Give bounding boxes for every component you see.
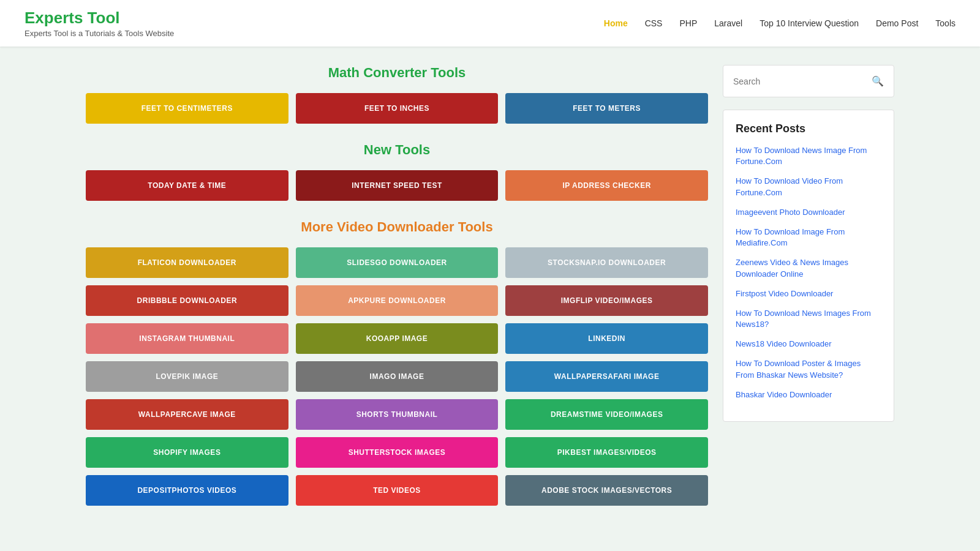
tool-btn-feet-to-inches[interactable]: FEET TO INCHES — [296, 93, 499, 124]
nav-item-tools[interactable]: Tools — [935, 18, 956, 28]
logo-subtitle: Experts Tool is a Tutorials & Tools Webs… — [24, 29, 174, 38]
video-downloader-grid: FLATICON DOWNLOADERSLIDESGO DOWNLOADERST… — [86, 247, 708, 506]
tool-btn-ip-address-checker[interactable]: IP ADDRESS CHECKER — [505, 170, 708, 201]
tool-btn-stocksnap.io-downloader[interactable]: STOCKSNAP.IO DOWNLOADER — [505, 247, 708, 278]
tool-btn-feet-to-meters[interactable]: FEET TO METERS — [505, 93, 708, 124]
new-tools-title: New Tools — [86, 142, 708, 158]
logo: Experts Tool Experts Tool is a Tutorials… — [24, 9, 174, 38]
recent-posts-title: Recent Posts — [736, 122, 881, 135]
tool-btn-lovepik-image[interactable]: LOVEPIK IMAGE — [86, 361, 288, 392]
tool-btn-instagram-thumbnail[interactable]: INSTAGRAM THUMBNAIL — [86, 323, 288, 354]
tool-btn-depositphotos-videos[interactable]: DEPOSITPHOTOS VIDEOS — [86, 475, 288, 506]
tool-btn-shopify-images[interactable]: SHOPIFY IMAGES — [86, 437, 288, 468]
video-downloader-title: More Video Downloader Tools — [86, 219, 708, 235]
recent-post-item[interactable]: Imageevent Photo Downloader — [736, 207, 881, 218]
search-box: 🔍 — [723, 65, 894, 97]
tool-btn-apkpure-downloader[interactable]: APKPURE DOWNLOADER — [296, 285, 499, 316]
recent-post-item[interactable]: How To Download Poster & Images From Bha… — [736, 358, 881, 380]
tool-btn-internet-speed-test[interactable]: INTERNET SPEED TEST — [296, 170, 499, 201]
logo-title[interactable]: Experts Tool — [24, 9, 174, 28]
recent-posts-list: How To Download News Image From Fortune.… — [736, 145, 881, 400]
new-tools-grid: TODAY DATE & TIMEINTERNET SPEED TESTIP A… — [86, 170, 708, 201]
tool-btn-feet-to-centimeters[interactable]: FEET TO CENTIMETERS — [86, 93, 288, 124]
nav: HomeCSSPHPLaravelTop 10 Interview Questi… — [604, 18, 956, 28]
tool-btn-linkedin[interactable]: LINKEDIN — [505, 323, 708, 354]
tool-btn-pikbest-images/videos[interactable]: PIKBEST IMAGES/VIDEOS — [505, 437, 708, 468]
recent-post-item[interactable]: How To Download Video From Fortune.Com — [736, 176, 881, 198]
tool-btn-shutterstock-images[interactable]: SHUTTERSTOCK IMAGES — [296, 437, 499, 468]
tool-btn-kooapp-image[interactable]: KOOAPP IMAGE — [296, 323, 499, 354]
tool-btn-slidesgo-downloader[interactable]: SLIDESGO DOWNLOADER — [296, 247, 499, 278]
search-icon[interactable]: 🔍 — [872, 75, 884, 87]
recent-post-item[interactable]: How To Download Image From Mediafire.Com — [736, 227, 881, 249]
recent-post-item[interactable]: How To Download News Images From News18? — [736, 308, 881, 330]
recent-post-item[interactable]: News18 Video Downloader — [736, 339, 881, 350]
tool-btn-imgflip-video/images[interactable]: IMGFLIP VIDEO/IMAGES — [505, 285, 708, 316]
tool-btn-dribbble-downloader[interactable]: DRIBBBLE DOWNLOADER — [86, 285, 288, 316]
math-converter-section: Math Converter Tools FEET TO CENTIMETERS… — [86, 65, 708, 124]
recent-post-item[interactable]: Bhaskar Video Downloader — [736, 389, 881, 400]
tool-btn-adobe-stock-images/vectors[interactable]: ADOBE STOCK IMAGES/VECTORS — [505, 475, 708, 506]
nav-item-php[interactable]: PHP — [679, 18, 697, 28]
nav-item-top-10-interview-question[interactable]: Top 10 Interview Question — [760, 18, 859, 28]
tool-btn-imago-image[interactable]: IMAGO IMAGE — [296, 361, 499, 392]
header: Experts Tool Experts Tool is a Tutorials… — [0, 0, 980, 47]
tool-btn-flaticon-downloader[interactable]: FLATICON DOWNLOADER — [86, 247, 288, 278]
nav-item-home[interactable]: Home — [604, 18, 628, 28]
tool-btn-wallpapersafari-image[interactable]: WALLPAPERSAFARI IMAGE — [505, 361, 708, 392]
recent-post-item[interactable]: Zeenews Video & News Images Downloader O… — [736, 257, 881, 279]
tool-btn-dreamstime-video/images[interactable]: DREAMSTIME VIDEO/IMAGES — [505, 399, 708, 430]
math-converter-title: Math Converter Tools — [86, 65, 708, 81]
new-tools-section: New Tools TODAY DATE & TIMEINTERNET SPEE… — [86, 142, 708, 201]
recent-post-item[interactable]: How To Download News Image From Fortune.… — [736, 145, 881, 167]
nav-item-laravel[interactable]: Laravel — [714, 18, 742, 28]
tool-btn-wallpapercave-image[interactable]: WALLPAPERCAVE IMAGE — [86, 399, 288, 430]
tool-btn-ted-videos[interactable]: TED VIDEOS — [296, 475, 499, 506]
recent-post-item[interactable]: Firstpost Video Downloader — [736, 288, 881, 299]
search-input[interactable] — [733, 77, 872, 86]
nav-item-demo-post[interactable]: Demo Post — [876, 18, 918, 28]
main-content: Math Converter Tools FEET TO CENTIMETERS… — [86, 65, 708, 524]
tool-btn-shorts-thumbnail[interactable]: SHORTS THUMBNAIL — [296, 399, 499, 430]
sidebar: 🔍 Recent Posts How To Download News Imag… — [723, 65, 894, 524]
nav-item-css[interactable]: CSS — [645, 18, 663, 28]
tool-btn-today-date-&-time[interactable]: TODAY DATE & TIME — [86, 170, 288, 201]
video-downloader-section: More Video Downloader Tools FLATICON DOW… — [86, 219, 708, 506]
recent-posts: Recent Posts How To Download News Image … — [723, 110, 894, 422]
math-converter-grid: FEET TO CENTIMETERSFEET TO INCHESFEET TO… — [86, 93, 708, 124]
